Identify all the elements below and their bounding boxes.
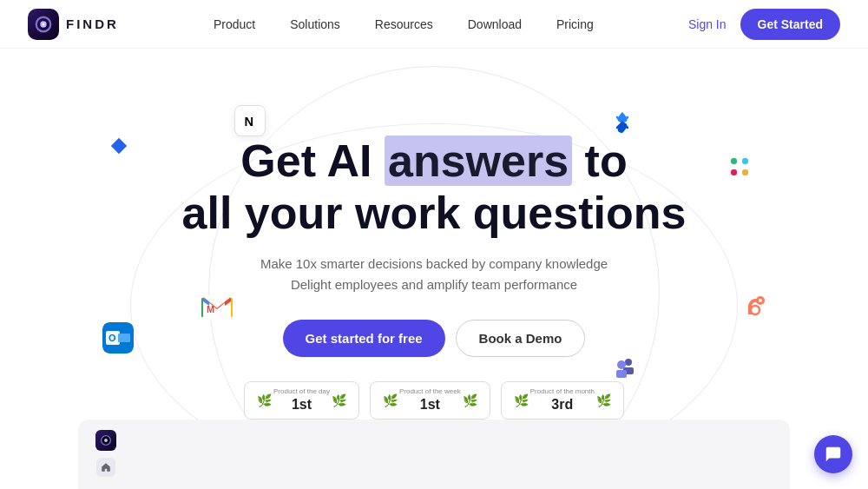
award-product-week: 🌿 Product of the week 1st 🌿 [370, 381, 490, 420]
hubspot-integration-icon [738, 290, 771, 323]
hero-content: Get AI answers to all your work question… [182, 135, 687, 419]
svg-point-27 [104, 439, 108, 442]
hero-title-highlight: answers [385, 135, 572, 186]
awards-row: 🌿 Product of the day 1st 🌿 🌿 Product of … [182, 381, 687, 420]
svg-rect-16 [742, 158, 748, 164]
nav-pricing[interactable]: Pricing [556, 17, 594, 31]
nav-download[interactable]: Download [468, 17, 522, 31]
logo-text: FINDR [66, 17, 119, 31]
outlook-integration-icon: O [102, 322, 134, 354]
svg-marker-5 [111, 138, 127, 154]
navbar: FINDR Product Solutions Resources Downlo… [0, 0, 868, 49]
award-day-label: Product of the day [273, 387, 330, 396]
hero-section: N M O [0, 49, 868, 489]
award-wreath-day: 🌿 Product of the day 1st 🌿 [257, 387, 346, 413]
hero-subtitle-line1: Make 10x smarter decisions backed by com… [260, 256, 608, 271]
svg-rect-14 [731, 158, 737, 164]
book-demo-button[interactable]: Book a Demo [456, 320, 586, 357]
svg-point-20 [751, 306, 760, 314]
hero-subtitle: Make 10x smarter decisions backed by com… [182, 254, 687, 295]
svg-point-19 [759, 299, 762, 302]
jira-integration-icon [609, 109, 635, 135]
nav-links: Product Solutions Resources Download Pri… [214, 17, 594, 31]
nav-resources[interactable]: Resources [375, 17, 433, 31]
svg-point-2 [43, 23, 45, 25]
slack-integration-icon [724, 151, 755, 182]
award-product-day: 🌿 Product of the day 1st 🌿 [244, 381, 359, 420]
preview-logo-icon [95, 430, 116, 451]
svg-rect-13 [118, 334, 130, 342]
get-started-free-button[interactable]: Get started for free [283, 320, 445, 357]
award-week-rank: 1st [399, 396, 461, 413]
logo[interactable]: FINDR [28, 9, 119, 40]
hero-title: Get AI answers to all your work question… [182, 135, 687, 240]
diamond-icon [108, 135, 129, 156]
nav-actions: Sign In Get Started [688, 9, 840, 40]
award-wreath-week: 🌿 Product of the week 1st 🌿 [383, 387, 477, 413]
award-month-label: Product of the month [530, 387, 595, 396]
nav-product[interactable]: Product [214, 17, 255, 31]
app-preview [78, 420, 790, 489]
award-day-rank: 1st [273, 396, 330, 413]
svg-text:O: O [108, 333, 116, 343]
award-product-month: 🌿 Product of the month 3rd 🌿 [501, 381, 624, 420]
chat-fab-button[interactable] [814, 435, 852, 473]
award-wreath-month: 🌿 Product of the month 3rd 🌿 [514, 387, 611, 413]
logo-icon [28, 9, 59, 40]
hero-title-line2: all your work questions [182, 188, 687, 238]
get-started-nav-button[interactable]: Get Started [740, 9, 840, 40]
award-week-label: Product of the week [399, 387, 461, 396]
preview-sidebar [92, 430, 120, 477]
svg-text:N: N [245, 115, 254, 129]
svg-rect-15 [731, 169, 737, 175]
sign-in-button[interactable]: Sign In [688, 17, 727, 31]
svg-rect-17 [742, 169, 748, 175]
preview-home-icon[interactable] [96, 458, 115, 477]
award-month-rank: 3rd [530, 396, 595, 413]
hero-title-part1: Get AI [240, 135, 385, 186]
hero-subtitle-line2: Delight employees and amplify team perfo… [291, 277, 577, 292]
cta-buttons: Get started for free Book a Demo [182, 320, 687, 357]
nav-solutions[interactable]: Solutions [290, 17, 340, 31]
hero-title-part2: to [572, 135, 628, 186]
notion-integration-icon: N [234, 105, 266, 136]
